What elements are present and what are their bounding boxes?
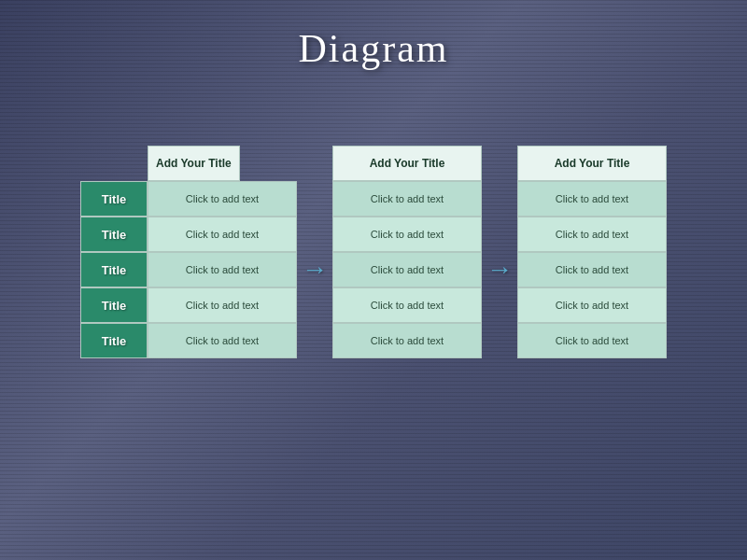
table-3: Add Your Title Click to add text Click t… — [517, 146, 667, 358]
table-2-row-3-cell[interactable]: Click to add text — [332, 287, 482, 323]
table-3-rows: Add Your Title Click to add text Click t… — [517, 146, 667, 358]
table-2: Add Your Title Click to add text Click t… — [332, 146, 482, 358]
table-1-row-2-title[interactable]: Title — [80, 252, 148, 287]
table-1-header-row: Add Your Title — [80, 146, 297, 181]
table-1-row-0: Title Click to add text — [80, 181, 297, 217]
table-1-row-1-title[interactable]: Title — [80, 217, 148, 252]
table-1-row-3: Title Click to add text — [80, 287, 297, 323]
table-2-row-1-cell[interactable]: Click to add text — [332, 217, 482, 252]
table-2-row-2-cell[interactable]: Click to add text — [332, 252, 482, 287]
page-title: Diagram — [299, 26, 449, 71]
table-1-row-0-cell[interactable]: Click to add text — [148, 181, 297, 217]
table-1-row-4-title[interactable]: Title — [80, 323, 148, 358]
table-2-row-0-cell[interactable]: Click to add text — [332, 181, 482, 217]
table-1-row-1-cell[interactable]: Click to add text — [148, 217, 297, 252]
table-1-row-3-title[interactable]: Title — [80, 287, 148, 323]
table-1: Add Your Title Title Click to add text T… — [80, 146, 297, 358]
table-3-row-2-cell[interactable]: Click to add text — [517, 252, 667, 287]
arrow-1: → — [297, 146, 332, 358]
table-3-header-row: Add Your Title — [517, 146, 667, 181]
table-3-row-1: Click to add text — [517, 217, 667, 252]
arrow-2-icon: → — [486, 257, 513, 283]
table-2-row-4: Click to add text — [332, 323, 482, 358]
table-2-row-1: Click to add text — [332, 217, 482, 252]
table-2-row-4-cell[interactable]: Click to add text — [332, 323, 482, 358]
table-3-row-1-cell[interactable]: Click to add text — [517, 217, 667, 252]
table-3-row-0-cell[interactable]: Click to add text — [517, 181, 667, 217]
table-2-rows: Add Your Title Click to add text Click t… — [332, 146, 482, 358]
diagram-area: Add Your Title Title Click to add text T… — [80, 146, 667, 358]
table-1-row-2-cell[interactable]: Click to add text — [148, 252, 297, 287]
table-3-header[interactable]: Add Your Title — [517, 146, 667, 181]
table-3-row-3: Click to add text — [517, 287, 667, 323]
table-1-row-2: Title Click to add text — [80, 252, 297, 287]
table-3-row-0: Click to add text — [517, 181, 667, 217]
table-3-row-3-cell[interactable]: Click to add text — [517, 287, 667, 323]
table-1-header-spacer — [80, 146, 148, 181]
arrow-2: → — [482, 146, 517, 358]
table-1-row-4: Title Click to add text — [80, 323, 297, 358]
table-1-rows: Add Your Title Title Click to add text T… — [80, 146, 297, 358]
table-2-row-0: Click to add text — [332, 181, 482, 217]
arrow-1-icon: → — [302, 257, 328, 283]
table-2-header-row: Add Your Title — [332, 146, 482, 181]
table-1-header[interactable]: Add Your Title — [148, 146, 240, 181]
table-1-row-1: Title Click to add text — [80, 217, 297, 252]
table-3-row-4: Click to add text — [517, 323, 667, 358]
table-2-row-3: Click to add text — [332, 287, 482, 323]
table-1-row-3-cell[interactable]: Click to add text — [148, 287, 297, 323]
page: Diagram Add Your Title Title Click to ad… — [0, 0, 747, 560]
table-2-header[interactable]: Add Your Title — [332, 146, 482, 181]
table-3-row-4-cell[interactable]: Click to add text — [517, 323, 667, 358]
table-1-row-4-cell[interactable]: Click to add text — [148, 323, 297, 358]
table-2-row-2: Click to add text — [332, 252, 482, 287]
table-3-row-2: Click to add text — [517, 252, 667, 287]
table-1-row-0-title[interactable]: Title — [80, 181, 148, 217]
